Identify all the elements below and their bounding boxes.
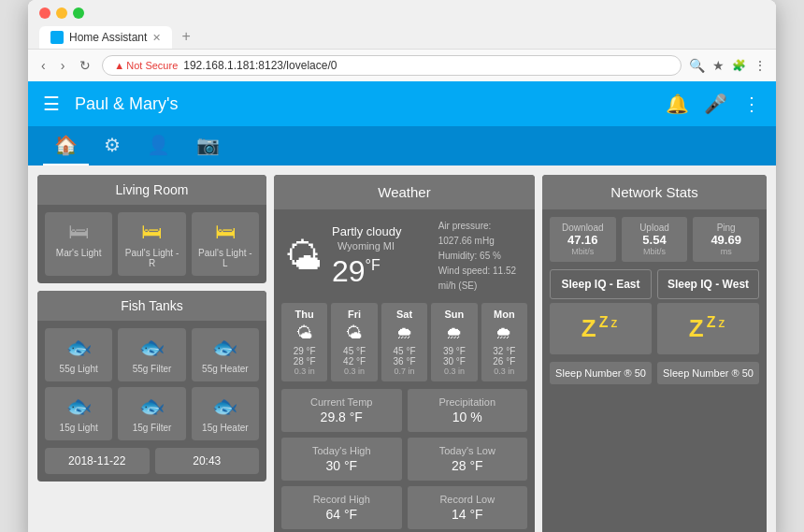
address-bar[interactable]: ▲ Not Secure 192.168.1.181:8123/lovelace… — [102, 55, 682, 76]
ha-header-right: 🔔 🎤 ⋮ — [666, 93, 761, 115]
living-room-devices: 🛏 Mar's Light 🛏 Paul's Light - R 🛏 Paul'… — [37, 205, 266, 283]
sleep-number-east: Sleep Number ® 50 — [550, 362, 652, 384]
light-icon-mars: 🛏 — [68, 220, 89, 244]
device-55g-heater[interactable]: 🐟 55g Heater — [192, 328, 259, 381]
weather-panel: Weather 🌤 Partly cloudy Wyoming MI 29°F … — [274, 175, 535, 532]
weather-info: Partly cloudy Wyoming MI 29°F — [332, 224, 429, 289]
forward-button[interactable]: › — [57, 56, 69, 75]
sleep-iq-west-header: Sleep IQ - West — [657, 269, 759, 299]
weather-stats: Current Temp 29.8 °F Precipitation 10 % … — [274, 389, 535, 532]
forecast-sun: Sun 🌧 39 °F 30 °F 0.3 in — [431, 303, 477, 381]
microphone-icon[interactable]: 🎤 — [704, 93, 727, 115]
sleep-east-icon: ZZZ — [550, 303, 652, 354]
reload-button[interactable]: ↻ — [76, 56, 94, 75]
forecast-sat: Sat 🌧 45 °F 36 °F 0.7 in — [381, 303, 427, 381]
menu-icon[interactable]: ⋮ — [754, 58, 767, 73]
ha-content: Living Room 🛏 Mar's Light 🛏 Paul's Light… — [28, 165, 776, 532]
light-icon-pauls-r: 🛏 — [141, 220, 162, 244]
search-icon[interactable]: 🔍 — [689, 58, 705, 73]
sleep-icons: ZZZ ZZZ — [542, 303, 767, 362]
nav-home[interactable]: 🏠 — [43, 126, 89, 165]
stat-record-low: Record Low 14 °F — [408, 486, 528, 529]
device-15g-heater[interactable]: 🐟 15g Heater — [192, 387, 259, 440]
new-tab-button[interactable]: + — [174, 24, 197, 49]
bookmark-icon[interactable]: ★ — [712, 58, 725, 73]
security-warning: ▲ Not Secure — [114, 60, 178, 71]
device-15g-light[interactable]: 🐟 15g Light — [45, 387, 112, 440]
network-ping: Ping 49.69 ms — [693, 217, 759, 262]
device-label-mars: Mar's Light — [56, 248, 102, 258]
back-button[interactable]: ‹ — [37, 56, 50, 75]
network-metrics: Download 47.16 Mbit/s Upload 5.54 Mbit/s… — [542, 209, 767, 269]
nav-settings[interactable]: ⚙ — [93, 126, 132, 165]
device-label-pauls-r: Paul's Light - R — [122, 248, 181, 268]
label-15g-heater: 15g Heater — [202, 423, 248, 433]
ha-nav: 🏠 ⚙ 👤 📷 — [28, 126, 776, 165]
device-pauls-light-l[interactable]: 🛏 Paul's Light - L — [192, 212, 259, 276]
more-options-icon[interactable]: ⋮ — [742, 93, 761, 115]
fish-icon-15g-filter: 🐟 — [139, 395, 165, 419]
ha-header: ☰ Paul & Mary's 🔔 🎤 ⋮ — [28, 81, 776, 126]
stat-precipitation: Precipitation 10 % — [408, 389, 528, 432]
tab-close-button[interactable]: ✕ — [152, 32, 161, 44]
weather-current: 🌤 Partly cloudy Wyoming MI 29°F Air pres… — [274, 209, 535, 303]
fish-tanks-title: Fish Tanks — [37, 291, 266, 321]
label-55g-light: 55g Light — [60, 364, 98, 374]
forecast-mon: Mon 🌧 32 °F 26 °F 0.3 in — [481, 303, 527, 381]
device-mars-light[interactable]: 🛏 Mar's Light — [45, 212, 112, 276]
sleep-iq-east-header: Sleep IQ - East — [550, 269, 652, 299]
device-55g-light[interactable]: 🐟 55g Light — [45, 328, 112, 381]
network-upload: Upload 5.54 Mbit/s — [622, 217, 688, 262]
nav-camera[interactable]: 📷 — [185, 126, 231, 165]
maximize-dot[interactable] — [73, 7, 84, 19]
stat-current-temp: Current Temp 29.8 °F — [281, 389, 402, 432]
device-15g-filter[interactable]: 🐟 15g Filter — [118, 387, 185, 440]
browser-tabs: Home Assistant ✕ + — [39, 24, 765, 49]
device-label-pauls-l: Paul's Light - L — [195, 248, 255, 268]
active-tab[interactable]: Home Assistant ✕ — [39, 26, 172, 49]
ha-header-left: ☰ Paul & Mary's — [43, 93, 178, 115]
address-bar-row: ‹ › ↻ ▲ Not Secure 192.168.1.181:8123/lo… — [28, 49, 776, 81]
living-room-title: Living Room — [37, 175, 266, 205]
forecast-thu: Thu 🌤 29 °F 28 °F 0.3 in — [281, 303, 327, 381]
stat-today-high: Today's High 30 °F — [281, 438, 402, 481]
ha-app: ☰ Paul & Mary's 🔔 🎤 ⋮ 🏠 ⚙ 👤 📷 Living Roo… — [28, 81, 776, 532]
left-column: Living Room 🛏 Mar's Light 🛏 Paul's Light… — [37, 175, 266, 532]
tab-title: Home Assistant — [69, 31, 147, 44]
sleep-west-icon: ZZZ — [657, 303, 759, 354]
weather-details: Air pressure: 1027.66 mHg Humidity: 65 %… — [438, 219, 524, 294]
device-55g-filter[interactable]: 🐟 55g Filter — [118, 328, 185, 381]
sleep-headers: Sleep IQ - East Sleep IQ - West — [542, 269, 767, 303]
browser-titlebar: Home Assistant ✕ + — [28, 0, 776, 49]
stat-record-high: Record High 64 °F — [281, 486, 402, 529]
fish-icon-55g-light: 🐟 — [66, 336, 92, 360]
notification-icon[interactable]: 🔔 — [666, 93, 689, 115]
weather-condition-text: Partly cloudy Wyoming MI — [332, 224, 429, 252]
network-panel: Network Stats Download 47.16 Mbit/s Uplo… — [542, 175, 767, 532]
tab-favicon — [50, 31, 64, 44]
nav-user[interactable]: 👤 — [136, 126, 181, 165]
weather-condition-icon: 🌤 — [285, 236, 323, 278]
close-dot[interactable] — [39, 7, 50, 19]
temp-unit: °F — [366, 257, 380, 273]
sidebar-toggle-icon[interactable]: ☰ — [43, 93, 60, 115]
network-title: Network Stats — [542, 175, 767, 209]
extensions-icon[interactable]: 🧩 — [732, 59, 746, 72]
device-pauls-light-r[interactable]: 🛏 Paul's Light - R — [118, 212, 185, 276]
browser-dots — [39, 7, 765, 19]
weather-forecast: Thu 🌤 29 °F 28 °F 0.3 in Fri 🌤 45 °F — [274, 303, 535, 389]
stat-today-low: Today's Low 28 °F — [408, 438, 528, 481]
fish-tanks-info: 2018-11-22 20:43 — [37, 448, 266, 482]
ha-app-title: Paul & Mary's — [75, 94, 178, 114]
weather-temperature: 29°F — [332, 254, 429, 289]
label-55g-heater: 55g Heater — [202, 364, 248, 374]
sleep-number-west: Sleep Number ® 50 — [657, 362, 759, 384]
label-15g-filter: 15g Filter — [133, 423, 172, 433]
forecast-fri: Fri 🌤 45 °F 42 °F 0.3 in — [331, 303, 377, 381]
fish-icon-15g-light: 🐟 — [66, 395, 92, 419]
fish-tanks-panel: Fish Tanks 🐟 55g Light 🐟 55g Filter 🐟 — [37, 291, 266, 482]
network-download: Download 47.16 Mbit/s — [550, 217, 616, 262]
minimize-dot[interactable] — [56, 7, 67, 19]
browser-window: Home Assistant ✕ + ‹ › ↻ ▲ Not Secure 19… — [28, 0, 776, 532]
living-room-panel: Living Room 🛏 Mar's Light 🛏 Paul's Light… — [37, 175, 266, 283]
